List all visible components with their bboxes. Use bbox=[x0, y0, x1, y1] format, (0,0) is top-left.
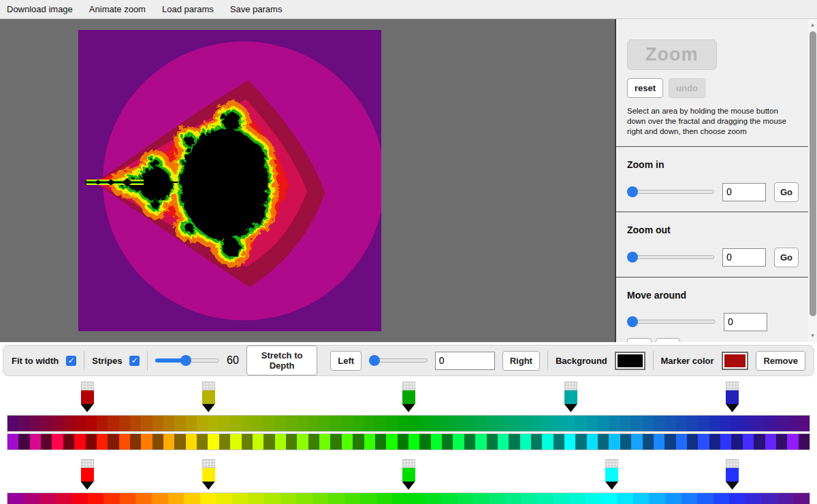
sidebar-scrollbar[interactable]: ▲ ▼ bbox=[808, 19, 817, 342]
menu-animate-zoom[interactable]: Animate zoom bbox=[89, 4, 146, 14]
zoom-in-slider[interactable] bbox=[627, 186, 714, 197]
menu-load-params[interactable]: Load params bbox=[162, 4, 214, 14]
toolbar-separator bbox=[653, 351, 654, 370]
zoom-in-go-button[interactable]: Go bbox=[774, 182, 799, 202]
pencil-eraser-icon bbox=[605, 459, 618, 468]
scrollbar-thumb[interactable] bbox=[810, 31, 816, 316]
strip-top-0[interactable] bbox=[7, 415, 810, 432]
palette-toolbar: Fit to width ✓ Stripes ✓ 60 Stretch to D… bbox=[3, 345, 814, 376]
pencil-tip-icon bbox=[81, 482, 94, 490]
shift-slider-thumb[interactable] bbox=[369, 355, 380, 366]
shift-left-button[interactable]: Left bbox=[330, 351, 362, 371]
fractal-background-area bbox=[0, 19, 615, 342]
markers-bottom bbox=[7, 459, 810, 490]
move-around-slider-thumb[interactable] bbox=[627, 316, 638, 327]
marker-color-swatch[interactable] bbox=[722, 352, 749, 370]
zoom-button[interactable]: Zoom bbox=[627, 39, 717, 70]
zoom-in-slider-thumb[interactable] bbox=[627, 186, 638, 197]
palette-marker-pencil[interactable] bbox=[81, 459, 94, 490]
zoom-out-slider[interactable] bbox=[627, 252, 714, 263]
pencil-tip-icon bbox=[202, 404, 215, 412]
fit-to-width-checkbox[interactable]: ✓ bbox=[66, 356, 76, 366]
palette-marker-pencil[interactable] bbox=[202, 382, 215, 412]
sidebar: Zoom reset undo Select an area by holdin… bbox=[615, 19, 817, 342]
scrollbar-down-arrow-icon[interactable]: ▼ bbox=[808, 331, 817, 341]
move-up-button[interactable]: ↑ bbox=[627, 338, 652, 342]
zoom-out-section: Zoom out Go bbox=[616, 212, 810, 277]
zoom-out-go-button[interactable]: Go bbox=[774, 248, 799, 267]
strip-bottom-0[interactable] bbox=[7, 492, 810, 504]
pencil-tip-icon bbox=[202, 482, 215, 490]
marker-color-label: Marker color bbox=[661, 356, 714, 366]
pencil-eraser-icon bbox=[402, 382, 415, 390]
scrollbar-up-arrow-icon[interactable]: ▲ bbox=[808, 20, 817, 30]
reset-button[interactable]: reset bbox=[627, 78, 663, 98]
shift-input[interactable] bbox=[435, 352, 495, 370]
palette-marker-pencil[interactable] bbox=[202, 459, 215, 490]
menubar: Download image Animate zoom Load params … bbox=[0, 0, 817, 19]
palette-marker-pencil[interactable] bbox=[81, 382, 94, 412]
pencil-body bbox=[726, 390, 739, 404]
background-color-swatch[interactable] bbox=[615, 352, 645, 370]
background-label: Background bbox=[556, 356, 607, 366]
zoom-in-slider-track[interactable] bbox=[627, 190, 714, 194]
fractal-canvas[interactable] bbox=[78, 30, 381, 331]
toolbar-separator bbox=[84, 351, 84, 370]
pencil-body bbox=[726, 468, 739, 482]
stretch-to-depth-button[interactable]: Stretch to Depth bbox=[246, 346, 317, 375]
pencil-eraser-icon bbox=[402, 459, 415, 468]
pencil-body bbox=[402, 468, 415, 482]
menu-save-params[interactable]: Save params bbox=[230, 4, 283, 14]
pencil-tip-icon bbox=[726, 482, 739, 490]
strip-top-1[interactable] bbox=[7, 433, 810, 450]
zoom-in-title: Zoom in bbox=[627, 159, 799, 170]
zoom-out-slider-track[interactable] bbox=[627, 255, 714, 259]
stripes-checkbox[interactable]: ✓ bbox=[129, 356, 140, 366]
pencil-body bbox=[202, 468, 215, 482]
move-around-slider-track[interactable] bbox=[627, 320, 716, 324]
pencil-tip-icon bbox=[402, 404, 415, 412]
stripes-label: Stripes bbox=[92, 356, 122, 366]
shift-slider[interactable] bbox=[369, 355, 428, 366]
zoom-instructions: Select an area by holding the mouse butt… bbox=[627, 106, 799, 137]
shift-right-button[interactable]: Right bbox=[502, 351, 540, 371]
pencil-tip-icon bbox=[726, 404, 739, 412]
move-left-button[interactable]: ← bbox=[656, 338, 680, 342]
pencil-eraser-icon bbox=[81, 459, 94, 468]
pencil-body bbox=[81, 390, 94, 404]
move-around-section: Move around ↑ ← bbox=[616, 277, 810, 342]
zoom-out-slider-thumb[interactable] bbox=[627, 252, 638, 263]
palette-marker-pencil[interactable] bbox=[726, 459, 739, 490]
remove-marker-button[interactable]: Remove bbox=[756, 351, 805, 371]
menu-download-image[interactable]: Download image bbox=[7, 4, 73, 14]
depth-slider-thumb[interactable] bbox=[180, 355, 191, 366]
pencil-eraser-icon bbox=[726, 382, 739, 390]
palette-marker-pencil[interactable] bbox=[402, 382, 415, 412]
pencil-eraser-icon bbox=[564, 382, 577, 390]
palette-marker-pencil[interactable] bbox=[402, 459, 415, 490]
pencil-body bbox=[605, 468, 618, 482]
pencil-tip-icon bbox=[605, 482, 618, 490]
palette-marker-pencil[interactable] bbox=[564, 382, 577, 412]
undo-button[interactable]: undo bbox=[669, 78, 705, 98]
palette-marker-pencil[interactable] bbox=[605, 459, 618, 490]
toolbar-separator bbox=[547, 351, 548, 370]
palette-marker-pencil[interactable] bbox=[726, 382, 739, 412]
pencil-body bbox=[402, 390, 415, 404]
palette-editor: Fit to width ✓ Stripes ✓ 60 Stretch to D… bbox=[0, 345, 817, 504]
toolbar-separator bbox=[147, 351, 148, 370]
pencil-eraser-icon bbox=[726, 459, 739, 468]
fractal-image[interactable] bbox=[78, 30, 381, 331]
fit-to-width-label: Fit to width bbox=[12, 356, 59, 366]
zoom-in-section: Zoom in Go bbox=[616, 146, 810, 212]
depth-value: 60 bbox=[227, 354, 239, 367]
pencil-eraser-icon bbox=[202, 382, 215, 390]
pencil-tip-icon bbox=[402, 482, 415, 490]
depth-slider[interactable] bbox=[155, 355, 219, 366]
pencil-eraser-icon bbox=[202, 459, 215, 468]
move-around-slider[interactable] bbox=[627, 316, 716, 327]
zoom-in-input[interactable] bbox=[722, 183, 766, 201]
zoom-section: Zoom reset undo Select an area by holdin… bbox=[616, 19, 810, 146]
zoom-out-input[interactable] bbox=[722, 248, 766, 267]
move-around-input[interactable] bbox=[724, 313, 767, 331]
